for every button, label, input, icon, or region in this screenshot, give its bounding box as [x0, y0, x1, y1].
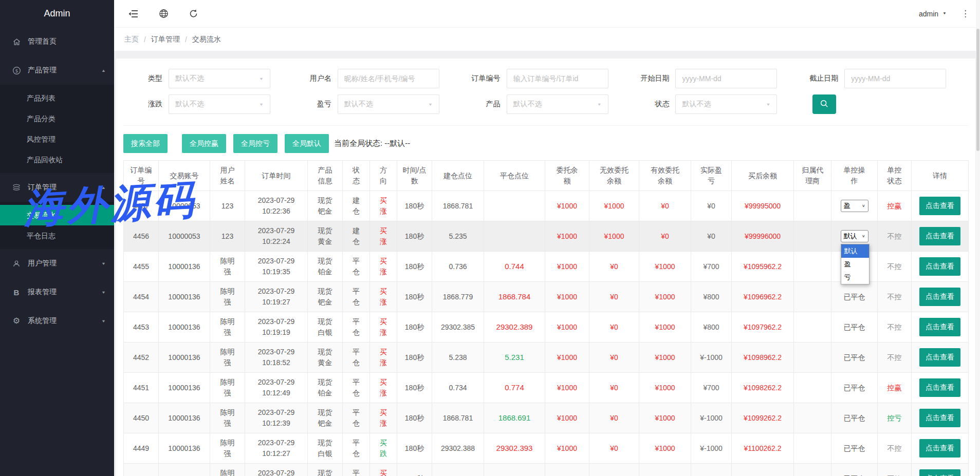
cell-username: 陈明强 [219, 286, 236, 308]
table-row: 4449 10000136 陈明强 2023-07-29 10:12:27 现货… [124, 433, 969, 464]
cell-invalid-entrust: ¥0 [610, 352, 618, 363]
sidebar-item-reports[interactable]: B 报表管理 ▼ [0, 278, 114, 307]
collapse-sidebar-icon[interactable] [128, 9, 139, 19]
cell-invalid-entrust: ¥0 [610, 473, 618, 476]
breadcrumb-order-mgmt[interactable]: 订单管理 [151, 35, 180, 44]
cell-entrust-balance: ¥1000 [557, 383, 577, 393]
chevron-down-icon: ▼ [101, 290, 106, 295]
cell-invalid-entrust: ¥0 [610, 413, 618, 424]
view-detail-button[interactable]: 点击查看 [919, 469, 960, 476]
globe-icon[interactable] [158, 9, 169, 19]
cell-actual-pnl: ¥-1000 [700, 352, 723, 363]
cell-actual-pnl: ¥-1000 [700, 473, 723, 476]
view-detail-button[interactable]: 点击查看 [919, 439, 960, 458]
global-win-button[interactable]: 全局控赢 [182, 134, 226, 153]
cell-order-id: 4449 [133, 443, 149, 454]
sidebar-item-system[interactable]: ⚙ 系统管理 ▼ [0, 307, 114, 335]
view-detail-button[interactable]: 点击查看 [919, 348, 960, 367]
col-close-point: 平仓点位 [500, 170, 529, 181]
product-select[interactable]: 默认不选 ▼ [507, 94, 608, 114]
scrollbar-thumb[interactable] [976, 29, 979, 151]
sidebar-item-product-list[interactable]: 产品列表 [0, 88, 114, 108]
view-detail-button[interactable]: 点击查看 [919, 378, 960, 397]
dropdown-option-lose[interactable]: 亏 [841, 271, 869, 284]
dollar-circle-icon: $ [11, 66, 22, 75]
sidebar-item-products[interactable]: $ 产品管理 ▲ [0, 56, 114, 85]
report-icon: B [11, 288, 22, 297]
username-input[interactable] [338, 69, 439, 88]
sidebar-item-orders[interactable]: 订单管理 ▲ [0, 173, 114, 202]
cell-actual-pnl: ¥0 [707, 201, 715, 212]
cell-after-balance: ¥1099262.2 [744, 413, 782, 424]
admin-user-menu[interactable]: admin ▼ [919, 10, 947, 18]
cell-after-balance: ¥99996000 [745, 231, 781, 242]
view-detail-button[interactable]: 点击查看 [919, 227, 960, 245]
col-status: 状态 [352, 165, 361, 186]
cell-open-point: 29302.388 [441, 443, 475, 454]
cell-direction: 买涨 [379, 256, 388, 277]
cell-actual-pnl: ¥-1000 [700, 443, 723, 454]
type-select[interactable]: 默认不选 ▼ [169, 69, 270, 88]
status-select[interactable]: 默认不选 ▼ [675, 94, 777, 114]
sidebar-item-trade-flow[interactable]: 交易流水 [0, 205, 114, 225]
start-date-input[interactable] [675, 69, 777, 88]
sidebar-item-label: 管理首页 [28, 37, 57, 46]
cell-control-op: 已平仓 [844, 413, 865, 424]
cell-username: 陈明强 [219, 377, 236, 398]
cell-order-id: 4455 [133, 261, 149, 272]
view-detail-button[interactable]: 点击查看 [919, 288, 960, 306]
cell-order-id: 4451 [133, 383, 149, 393]
sidebar-item-dashboard[interactable]: 管理首页 [0, 27, 114, 56]
col-open-point: 建仓点位 [443, 170, 472, 181]
global-lose-button[interactable]: 全局控亏 [233, 134, 278, 153]
table-row: 4456 10000053 123 2023-07-29 10:22:24 现货… [124, 221, 969, 252]
col-control-op: 单控操作 [843, 165, 866, 186]
cell-control-status: 控赢 [887, 383, 902, 393]
home-icon [11, 37, 22, 46]
view-detail-button[interactable]: 点击查看 [919, 318, 960, 336]
cell-duration: 180秒 [405, 352, 424, 363]
dropdown-option-win[interactable]: 盈 [841, 258, 869, 271]
search-button[interactable] [812, 94, 836, 114]
order-no-input[interactable] [507, 69, 608, 88]
cell-entrust-balance: ¥1000 [557, 292, 577, 302]
single-control-select-open[interactable]: 默认 ∨ 默认 盈 亏 [841, 230, 868, 242]
breadcrumb-home[interactable]: 主页 [124, 35, 139, 44]
cell-close-point: 0.774 [505, 382, 524, 394]
more-options-icon[interactable]: ⋮ [961, 8, 970, 19]
cell-invalid-entrust: ¥0 [610, 443, 618, 454]
cell-duration: 180秒 [405, 383, 424, 393]
cell-status: 平仓 [352, 347, 361, 368]
view-detail-button[interactable]: 点击查看 [919, 257, 960, 276]
col-order-id: 订单编号 [130, 165, 153, 186]
global-default-button[interactable]: 全局默认 [285, 134, 329, 153]
cell-status: 建仓 [352, 195, 361, 217]
actions-bar: 搜索全部 全局控赢 全局控亏 全局默认 当前全局状态: --默认-- [123, 125, 968, 153]
single-control-select[interactable]: 盈 ∨ [841, 200, 868, 212]
sidebar-item-close-log[interactable]: 平仓日志 [0, 225, 114, 246]
end-date-input[interactable] [844, 69, 946, 88]
updown-select[interactable]: 默认不选 ▼ [169, 94, 270, 114]
chevron-down-icon: ▼ [101, 261, 106, 266]
cell-duration: 180秒 [405, 473, 424, 476]
sidebar-item-product-recycle[interactable]: 产品回收站 [0, 149, 114, 170]
view-detail-button[interactable]: 点击查看 [919, 197, 960, 215]
cell-username: 陈明强 [219, 347, 236, 368]
refresh-icon[interactable] [188, 9, 198, 19]
topbar: admin ▼ ⋮ [114, 0, 980, 27]
sidebar-item-risk-control[interactable]: 风控管理 [0, 129, 114, 149]
col-valid-entrust: 有效委托余额 [649, 165, 681, 186]
sidebar-item-users[interactable]: 用户管理 ▼ [0, 249, 114, 278]
search-all-button[interactable]: 搜索全部 [123, 134, 168, 153]
cell-product: 现货白银 [317, 316, 334, 338]
products-submenu: 产品列表 产品分类 风控管理 产品回收站 [0, 85, 114, 173]
dropdown-option-default[interactable]: 默认 [841, 244, 869, 258]
pnl-select[interactable]: 默认不选 ▼ [338, 94, 439, 114]
cell-after-balance: ¥1096962.2 [744, 292, 782, 302]
cell-after-balance: ¥1097962.2 [744, 322, 782, 333]
cell-username: 陈明强 [219, 437, 236, 459]
sidebar-item-product-category[interactable]: 产品分类 [0, 108, 114, 129]
cell-close-point: 29302.393 [496, 443, 533, 454]
cell-direction: 买涨 [379, 195, 388, 217]
view-detail-button[interactable]: 点击查看 [919, 409, 960, 427]
